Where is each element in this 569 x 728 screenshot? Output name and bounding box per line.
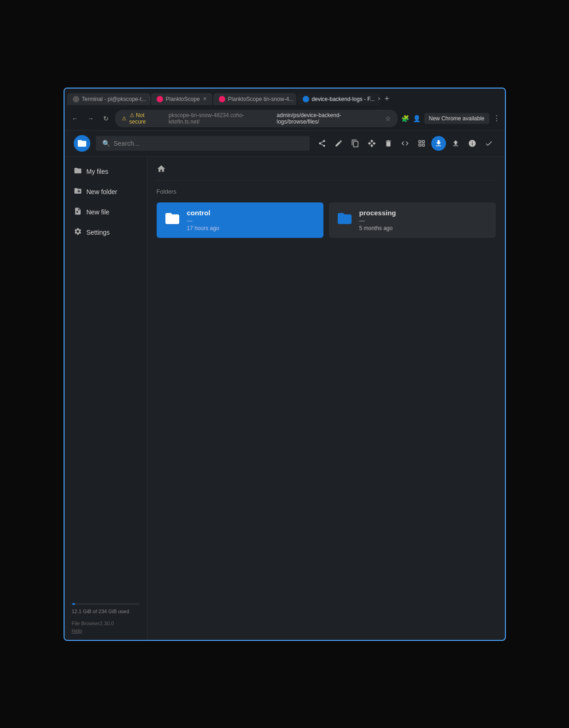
folder-card-processing[interactable]: processing — 5 months ago <box>329 202 496 238</box>
home-button[interactable] <box>157 164 166 176</box>
folder-processing-date: 5 months ago <box>359 225 396 231</box>
sidebar-new-file-label: New file <box>87 208 110 216</box>
forward-button[interactable]: → <box>85 113 97 124</box>
search-box[interactable]: 🔍 Search... <box>96 136 310 151</box>
code-button[interactable] <box>398 136 412 150</box>
folder-control-name: control <box>187 209 219 217</box>
new-file-icon <box>74 207 82 217</box>
delete-button[interactable] <box>381 136 395 150</box>
address-url-prefix: pkscope-tin-snow-48234.coho-kitefin.ts.n… <box>169 112 274 125</box>
tab-device-backend[interactable]: device-backend-logs - F... ✕ <box>297 93 380 105</box>
address-url-path: admin/ps/device-backend-logs/browse/file… <box>277 112 382 125</box>
tab-terminal-close[interactable]: ✕ <box>149 96 150 102</box>
storage-usage-text: 12.1 GiB of 234 GiB used <box>65 607 147 618</box>
chrome-update-button[interactable]: New Chrome available <box>424 113 489 124</box>
tab-device-backend-label: device-backend-logs - F... <box>312 96 375 102</box>
tab-device-backend-close[interactable]: ✕ <box>377 96 380 102</box>
check-button[interactable] <box>482 136 496 150</box>
version-text: File Browser2.30.0 <box>72 620 140 628</box>
file-area: Folders control — 17 hours ago <box>147 157 505 640</box>
folder-processing-name: processing <box>359 209 396 217</box>
tab-terminal-favicon <box>73 96 79 102</box>
sidebar-item-new-file[interactable]: New file <box>66 202 145 222</box>
address-icons: ☆ <box>385 115 391 122</box>
address-input[interactable]: ⚠ ⚠ Not secure pkscope-tin-snow-48234.co… <box>115 110 398 127</box>
storage-bar-fill <box>72 603 76 605</box>
folder-icon <box>74 166 82 177</box>
storage-bar-background <box>72 603 140 605</box>
folder-processing-dash: — <box>359 218 396 224</box>
sidebar-item-new-folder[interactable]: New folder <box>66 182 145 201</box>
sidebar: My files New folder New file Settings <box>65 157 147 640</box>
sidebar-new-folder-label: New folder <box>87 188 117 195</box>
move-button[interactable] <box>365 136 379 150</box>
new-tab-button[interactable]: + <box>381 92 393 106</box>
back-button[interactable]: ← <box>69 113 81 124</box>
download-button[interactable] <box>431 136 446 151</box>
tab-planktoscope-close[interactable]: ✕ <box>203 96 207 102</box>
help-link[interactable]: Help <box>72 628 140 633</box>
folders-grid: control — 17 hours ago processing — 5 mo… <box>157 202 496 238</box>
tab-bar: Terminal - pi@pkscope-t... ✕ PlanktoScop… <box>65 89 505 107</box>
tab-planktoscope2-label: PlanktoScope tin-snow-4... <box>228 96 294 102</box>
edit-button[interactable] <box>332 136 346 150</box>
profile-icon[interactable]: 👤 <box>413 115 421 122</box>
tab-planktoscope[interactable]: PlanktoScope ✕ <box>151 93 212 105</box>
tab-planktoscope2[interactable]: PlanktoScope tin-snow-4... ✕ <box>213 93 296 105</box>
toolbar-icons <box>315 136 496 151</box>
address-bar: ← → ↻ ⚠ ⚠ Not secure pkscope-tin-snow-48… <box>65 107 505 130</box>
folder-control-info: control — 17 hours ago <box>187 209 219 231</box>
settings-icon <box>74 227 82 237</box>
info-button[interactable] <box>465 136 479 150</box>
tab-terminal[interactable]: Terminal - pi@pkscope-t... ✕ <box>67 93 150 105</box>
breadcrumb-bar <box>157 164 496 181</box>
upload-button[interactable] <box>449 136 463 150</box>
tab-terminal-label: Terminal - pi@pkscope-t... <box>82 96 147 102</box>
tab-planktoscope-label: PlanktoScope <box>166 96 200 102</box>
folder-control-icon <box>164 210 181 230</box>
sidebar-settings-label: Settings <box>87 229 110 236</box>
folders-section-label: Folders <box>157 186 496 197</box>
tab-planktoscope-favicon <box>157 96 163 102</box>
sidebar-my-files-label: My files <box>87 168 108 175</box>
copy-button[interactable] <box>348 136 362 150</box>
folder-control-date: 17 hours ago <box>187 225 219 231</box>
folder-processing-icon <box>336 210 353 230</box>
reload-button[interactable]: ↻ <box>100 113 111 124</box>
share-button[interactable] <box>315 136 329 150</box>
new-folder-icon <box>74 187 82 197</box>
grid-button[interactable] <box>415 136 428 150</box>
browser-window: Terminal - pi@pkscope-t... ✕ PlanktoScop… <box>64 88 506 641</box>
search-placeholder: Search... <box>114 140 140 147</box>
tab-planktoscope2-favicon <box>219 96 225 102</box>
bookmark-icon[interactable]: ☆ <box>385 115 391 122</box>
extensions-icon[interactable]: 🧩 <box>401 115 409 122</box>
folder-processing-info: processing — 5 months ago <box>359 209 396 231</box>
app-header: 🔍 Search... <box>65 130 505 157</box>
not-secure-label: ⚠ Not secure <box>129 112 162 125</box>
security-warning-icon: ⚠ <box>122 115 127 122</box>
tab-device-backend-favicon <box>303 96 309 102</box>
app-logo <box>74 135 90 152</box>
browser-menu-button[interactable]: ⋮ <box>493 114 500 123</box>
sidebar-item-my-files[interactable]: My files <box>66 162 145 181</box>
folder-card-control[interactable]: control — 17 hours ago <box>157 202 323 238</box>
main-layout: My files New folder New file Settings <box>65 157 505 640</box>
sidebar-item-settings[interactable]: Settings <box>66 223 145 242</box>
folder-control-dash: — <box>187 218 219 224</box>
storage-bar-container <box>65 598 147 607</box>
search-icon: 🔍 <box>102 140 110 147</box>
version-info: File Browser2.30.0 Help <box>65 618 147 635</box>
